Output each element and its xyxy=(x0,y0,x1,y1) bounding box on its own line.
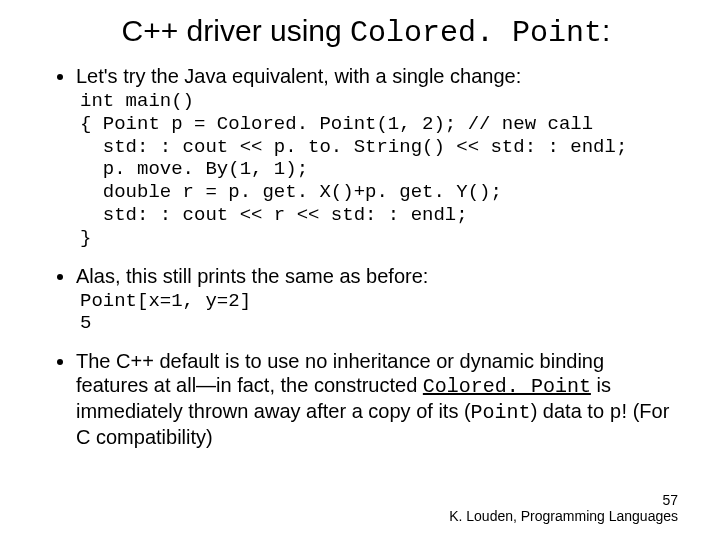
credit-line: K. Louden, Programming Languages xyxy=(449,508,678,524)
bullet-3: The C++ default is to use no inheritance… xyxy=(76,349,680,449)
footer: 57 K. Louden, Programming Languages xyxy=(449,492,678,524)
bullet-1-text: Let's try the Java equivalent, with a si… xyxy=(76,65,521,87)
title-post: : xyxy=(602,14,610,47)
code-block: int main() { Point p = Colored. Point(1,… xyxy=(80,90,680,250)
bullet-2-text: Alas, this still prints the same as befo… xyxy=(76,265,428,287)
b3-f: p xyxy=(610,401,622,424)
bullet-2: Alas, this still prints the same as befo… xyxy=(76,264,680,336)
slide-body: C++ driver using Colored. Point: Let's t… xyxy=(0,0,720,449)
slide-title: C++ driver using Colored. Point: xyxy=(52,14,680,50)
bullet-1: Let's try the Java equivalent, with a si… xyxy=(76,64,680,250)
title-code: Colored. Point xyxy=(350,16,602,50)
bullet-list: Let's try the Java equivalent, with a si… xyxy=(52,64,680,449)
output-block: Point[x=1, y=2] 5 xyxy=(80,290,680,336)
b3-e: ) data to xyxy=(531,400,610,422)
b3-b: Colored. Point xyxy=(423,375,591,398)
page-number: 57 xyxy=(449,492,678,508)
title-pre: C++ driver using xyxy=(122,14,350,47)
b3-d: Point xyxy=(471,401,531,424)
